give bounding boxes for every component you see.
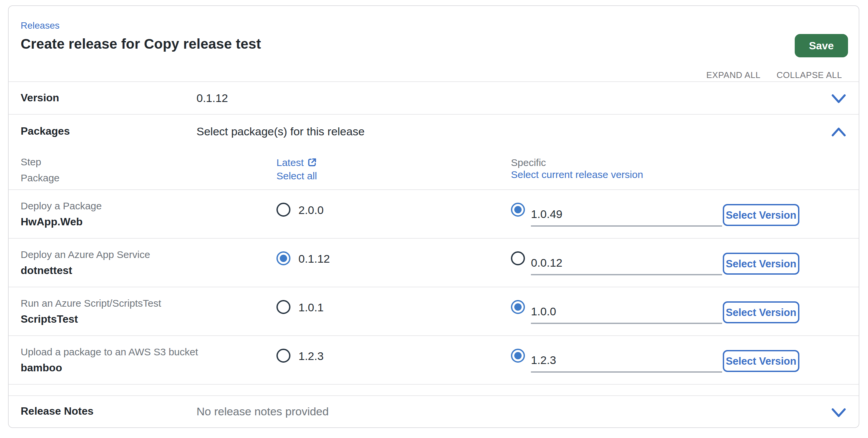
latest-version-radio[interactable] <box>276 300 290 314</box>
step-name: Deploy an Azure App Service <box>21 249 150 260</box>
latest-version-value: 1.2.3 <box>299 350 324 363</box>
specific-version-input[interactable]: 1.2.3 <box>531 348 722 373</box>
section-packages: Packages Select package(s) for this rele… <box>9 115 859 190</box>
external-link-icon <box>307 157 317 170</box>
create-release-card: Releases Create release for Copy release… <box>8 5 859 428</box>
step-name: Upload a package to an AWS S3 bucket <box>21 346 198 357</box>
column-header-step: Step <box>21 157 60 167</box>
breadcrumb-releases-link[interactable]: Releases <box>21 20 60 31</box>
column-header-latest: Latest Select all <box>276 157 317 181</box>
package-name: ScriptsTest <box>21 313 78 325</box>
select-version-button[interactable]: Select Version <box>723 301 799 323</box>
step-name: Run an Azure Script/ScriptsTest <box>21 297 161 309</box>
specific-version-input[interactable]: 1.0.0 <box>531 299 722 324</box>
expand-all-button[interactable]: EXPAND ALL <box>706 70 761 80</box>
page: Releases Create release for Copy release… <box>0 0 868 438</box>
latest-link[interactable]: Latest <box>276 157 304 168</box>
specific-version-radio[interactable] <box>511 300 525 314</box>
specific-version-input[interactable]: 1.0.49 <box>531 202 722 227</box>
collapse-all-button[interactable]: COLLAPSE ALL <box>776 70 842 80</box>
packages-label: Packages <box>21 125 70 137</box>
specific-label: Specific <box>511 157 643 168</box>
column-header-package: Package <box>21 173 60 183</box>
select-current-release-version-link[interactable]: Select current release version <box>511 168 643 180</box>
column-header-specific: Specific Select current release version <box>511 157 643 180</box>
latest-version-radio[interactable] <box>276 251 290 265</box>
step-name: Deploy a Package <box>21 200 102 211</box>
latest-version-radio[interactable] <box>276 203 290 217</box>
package-row-bamboo: Upload a package to an AWS S3 bucket bam… <box>9 336 859 385</box>
page-title: Create release for Copy release test <box>21 36 261 52</box>
package-name: bamboo <box>21 362 62 374</box>
column-header-step-package: Step Package <box>21 157 60 189</box>
save-button[interactable]: Save <box>795 34 848 57</box>
latest-version-value: 1.0.1 <box>299 301 324 315</box>
expand-collapse-controls: EXPAND ALLCOLLAPSE ALL <box>706 70 842 80</box>
package-row-scriptstest: Run an Azure Script/ScriptsTest ScriptsT… <box>9 287 859 336</box>
package-name: HwApp.Web <box>21 216 83 228</box>
package-row-dotnettest: Deploy an Azure App Service dotnettest 0… <box>9 239 859 287</box>
section-spacer <box>9 385 859 396</box>
latest-version-value: 2.0.0 <box>299 204 324 217</box>
latest-version-value: 0.1.12 <box>299 253 330 266</box>
section-release-notes: Release Notes No release notes provided <box>9 396 859 427</box>
package-row-hwapp-web: Deploy a Package HwApp.Web 2.0.0 1.0.49 … <box>9 190 859 239</box>
card-header: Releases Create release for Copy release… <box>9 6 859 82</box>
release-notes-value: No release notes provided <box>196 405 329 419</box>
latest-version-radio[interactable] <box>276 349 290 363</box>
specific-version-input[interactable]: 0.0.12 <box>531 251 722 275</box>
chevron-down-icon[interactable] <box>831 407 846 418</box>
version-label: Version <box>21 92 59 104</box>
section-version: Version 0.1.12 <box>9 82 859 115</box>
package-name: dotnettest <box>21 265 72 277</box>
packages-subtitle: Select package(s) for this release <box>196 125 365 139</box>
release-notes-label: Release Notes <box>21 405 94 417</box>
specific-version-radio[interactable] <box>511 251 525 265</box>
select-version-button[interactable]: Select Version <box>723 350 799 372</box>
select-version-button[interactable]: Select Version <box>723 253 799 275</box>
chevron-up-icon[interactable] <box>831 127 846 137</box>
select-version-button[interactable]: Select Version <box>723 204 799 226</box>
chevron-down-icon[interactable] <box>831 93 846 104</box>
specific-version-radio[interactable] <box>511 203 525 217</box>
specific-version-radio[interactable] <box>511 349 525 363</box>
select-all-link[interactable]: Select all <box>276 170 317 181</box>
version-value: 0.1.12 <box>196 92 228 105</box>
